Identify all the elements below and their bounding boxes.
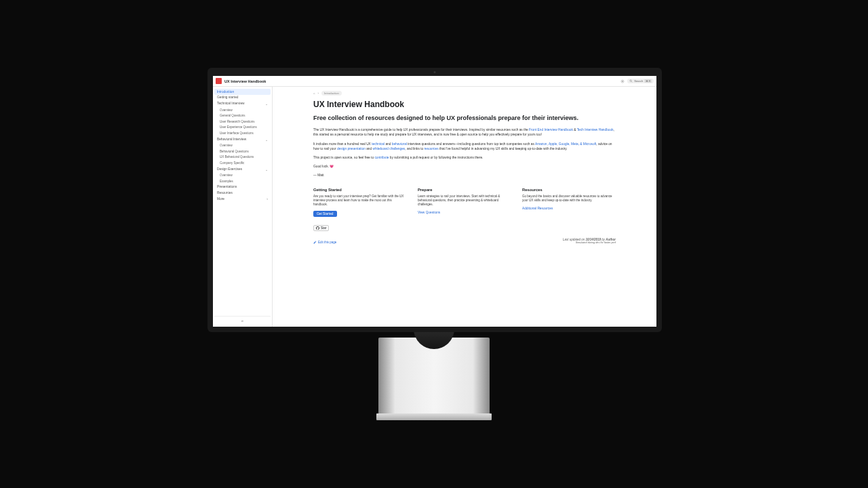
card-body: Are you ready to start your interview pr…: [313, 195, 407, 207]
card-title: Resources: [522, 188, 616, 192]
sidebar-item-more[interactable]: More›: [214, 196, 271, 203]
edit-page-link[interactable]: Edit this page: [313, 241, 336, 244]
svg-point-9: [630, 80, 632, 82]
github-star-label: Star: [321, 226, 326, 230]
link-behavioral[interactable]: behavioral: [392, 142, 407, 146]
card-body: Go beyond the basics and discover valuab…: [522, 195, 616, 203]
breadcrumb-sep: ›: [318, 92, 319, 95]
card-body: Learn strategies to nail your interviews…: [418, 195, 511, 207]
sidebar-subitem-behavioral-questions[interactable]: Behavioral Questions: [214, 148, 271, 155]
logo-icon[interactable]: [216, 78, 222, 84]
svg-line-6: [623, 82, 624, 83]
link-companies[interactable]: Amazon, Apple, Google, Meta, & Microsoft: [535, 142, 596, 146]
sidebar-item-resources[interactable]: Resources: [214, 190, 271, 196]
link-fe-handbook[interactable]: Front End Interview Handbook: [529, 128, 573, 131]
link-technical[interactable]: technical: [372, 142, 384, 146]
card-resources: ResourcesGo beyond the basics and discov…: [522, 188, 616, 218]
card-title: Prepare: [418, 188, 511, 192]
github-star-button[interactable]: Star: [313, 225, 329, 231]
monitor-frame: UX Interview Handbook Search ⌘ K Introdu…: [208, 68, 662, 332]
link-whiteboard[interactable]: whiteboard challenges: [372, 147, 405, 150]
link-contribute[interactable]: contribute: [374, 156, 389, 159]
card-title: Getting Started: [313, 188, 407, 192]
chevron-right-icon: ›: [267, 197, 268, 201]
sidebar-item-design-exercises[interactable]: Design Exercises⌄: [214, 166, 271, 173]
cards-row: Getting StartedAre you ready to start yo…: [313, 188, 616, 218]
sidebar-subitem-general-questions[interactable]: General Questions: [214, 113, 271, 119]
search-kbd: ⌘ K: [644, 79, 652, 83]
sidebar-item-label: Behavioral Interview: [217, 138, 246, 141]
theme-toggle-button[interactable]: [620, 79, 625, 83]
sidebar-item-label: Getting started: [217, 96, 238, 99]
get-started-button[interactable]: Get Started: [313, 211, 337, 217]
sidebar-item-label: More: [217, 197, 224, 201]
good-luck: Good luck. 💗: [313, 164, 616, 169]
sidebar-subitem-overview[interactable]: Overview: [214, 142, 271, 148]
search-placeholder: Search: [634, 79, 643, 83]
last-updated: Last updated on 10/14/2019 by Author Sim…: [563, 238, 616, 244]
svg-line-5: [621, 80, 622, 81]
main-content: ⌂ › Introduction UX Interview Handbook F…: [273, 87, 656, 327]
svg-point-0: [622, 81, 623, 82]
sidebar-item-label: Design Exercises: [217, 167, 242, 171]
page-title: UX Interview Handbook: [313, 100, 616, 109]
svg-line-8: [623, 80, 624, 81]
github-icon: [316, 226, 319, 230]
sidebar: IntroductionGetting startedTechnical Int…: [213, 87, 273, 327]
search-icon: [629, 79, 633, 83]
search-input[interactable]: Search ⌘ K: [627, 79, 654, 83]
sidebar-subitem-overview[interactable]: Overview: [214, 172, 271, 178]
signature: — Matt: [313, 173, 616, 178]
page-tagline: Free collection of resources designed to…: [313, 115, 616, 122]
sidebar-item-presentations[interactable]: Presentations: [214, 184, 271, 190]
screen-content: UX Interview Handbook Search ⌘ K Introdu…: [213, 76, 656, 327]
breadcrumb-current: Introduction: [321, 91, 342, 96]
chevron-down-icon: ⌄: [265, 167, 268, 171]
sidebar-subitem-company-specific[interactable]: Company Specific: [214, 160, 271, 166]
card-getting-started: Getting StartedAre you ready to start yo…: [313, 188, 407, 218]
chevron-down-icon: ⌄: [265, 102, 268, 106]
sidebar-item-label: Resources: [217, 191, 233, 195]
sidebar-item-behavioral-interview[interactable]: Behavioral Interview⌄: [214, 136, 271, 143]
topbar: UX Interview Handbook Search ⌘ K: [213, 76, 656, 87]
card-link[interactable]: View Questions: [418, 211, 440, 214]
monitor-stand-arm: [378, 338, 490, 419]
card-link[interactable]: Additional Resources: [522, 207, 553, 210]
sidebar-subitem-user-interface-questions[interactable]: User Interface Questions: [214, 130, 271, 136]
svg-line-10: [631, 81, 632, 82]
sun-icon: [620, 79, 625, 83]
sidebar-subitem-user-experience-questions[interactable]: User Experience Questions: [214, 125, 271, 131]
sidebar-item-getting-started[interactable]: Getting started: [214, 95, 271, 101]
sidebar-item-introduction[interactable]: Introduction: [214, 89, 271, 95]
intro-paragraph-3: This project is open source, so feel fre…: [313, 155, 616, 160]
sidebar-subitem-ux-behavioral-questions[interactable]: UX Behavioral Questions: [214, 155, 271, 161]
intro-paragraph-1: The UX Interview Handbook is a comprehen…: [313, 127, 616, 137]
brand-title[interactable]: UX Interview Handbook: [224, 79, 266, 83]
sidebar-item-technical-interview[interactable]: Technical Interview⌄: [214, 100, 271, 107]
page-footer: Edit this page Last updated on 10/14/201…: [313, 238, 616, 244]
sidebar-item-label: Presentations: [217, 185, 237, 188]
camera-dot: [434, 71, 436, 73]
sidebar-subitem-examples[interactable]: Examples: [214, 178, 271, 184]
sidebar-subitem-overview[interactable]: Overview: [214, 107, 271, 113]
link-resources[interactable]: resources: [425, 147, 439, 150]
pencil-icon: [313, 241, 317, 244]
link-design-presentation[interactable]: design presentation: [337, 147, 366, 150]
chevron-down-icon: ⌄: [265, 138, 268, 142]
home-icon[interactable]: ⌂: [313, 92, 315, 95]
intro-paragraph-2: It includes more than a hundred real UX …: [313, 142, 616, 151]
monitor-stand-base: [376, 413, 492, 420]
card-prepare: PrepareLearn strategies to nail your int…: [418, 188, 511, 218]
sidebar-item-label: Technical Interview: [217, 102, 245, 105]
link-tech-handbook[interactable]: Tech Interview Handbook: [577, 128, 614, 131]
sidebar-collapse-button[interactable]: «: [214, 316, 271, 325]
svg-line-7: [621, 82, 622, 83]
sidebar-item-label: Introduction: [217, 90, 234, 94]
breadcrumb: ⌂ › Introduction: [313, 91, 616, 96]
sidebar-subitem-user-research-questions[interactable]: User Research Questions: [214, 119, 271, 125]
